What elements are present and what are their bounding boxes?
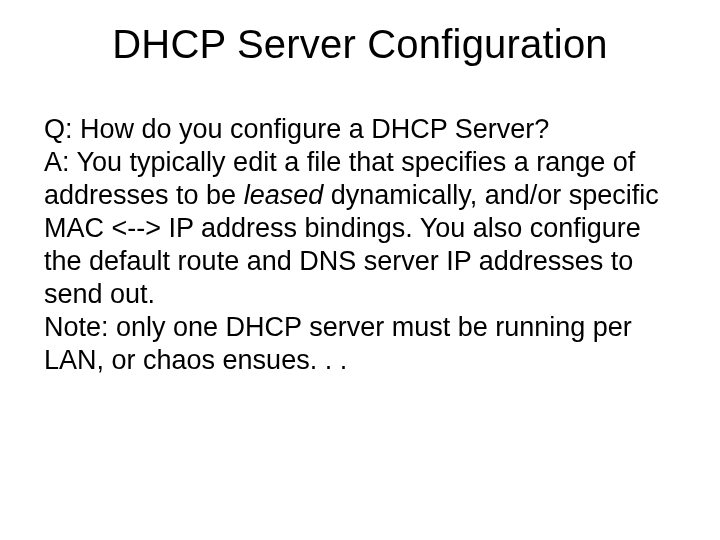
question-line: Q: How do you configure a DHCP Server? (44, 113, 676, 146)
answer-paragraph: A: You typically edit a file that specif… (44, 146, 676, 311)
note-paragraph: Note: only one DHCP server must be runni… (44, 311, 676, 377)
answer-leased: leased (244, 180, 324, 210)
slide: DHCP Server Configuration Q: How do you … (0, 0, 720, 540)
slide-body: Q: How do you configure a DHCP Server? A… (44, 113, 676, 377)
slide-title: DHCP Server Configuration (44, 22, 676, 67)
